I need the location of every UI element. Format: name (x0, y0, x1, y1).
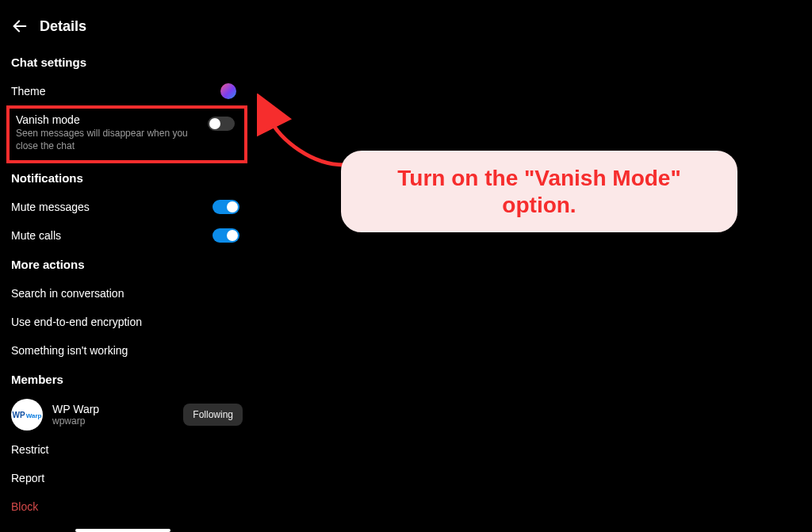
mute-messages-row[interactable]: Mute messages (11, 193, 243, 221)
feedback-link[interactable]: Something isn't working (11, 336, 243, 365)
avatar-text-warp: Warp (26, 412, 42, 419)
mute-calls-label: Mute calls (11, 229, 61, 242)
restrict-link[interactable]: Restrict (11, 435, 243, 464)
theme-label: Theme (11, 85, 46, 98)
e2ee-link[interactable]: Use end-to-end encryption (11, 308, 243, 336)
vanish-mode-toggle[interactable] (208, 117, 235, 131)
page-title: Details (40, 18, 86, 35)
more-actions-title: More actions (11, 258, 243, 271)
vanish-mode-label: Vanish mode (16, 113, 198, 126)
member-text: WP Warp wpwarp (52, 403, 99, 427)
mute-calls-toggle[interactable] (213, 228, 239, 243)
mute-calls-row[interactable]: Mute calls (11, 221, 243, 250)
vanish-mode-description: Seen messages will disappear when you cl… (16, 128, 198, 152)
member-handle: wpwarp (52, 415, 99, 427)
annotation-callout: Turn on the "Vanish Mode" option. (341, 151, 737, 232)
home-indicator (75, 529, 170, 532)
following-button[interactable]: Following (183, 404, 243, 426)
mute-messages-label: Mute messages (11, 201, 90, 213)
vanish-mode-highlight: Vanish mode Seen messages will disappear… (6, 105, 247, 163)
details-panel: Details Chat settings Theme Vanish mode … (0, 0, 254, 532)
theme-color-icon (220, 83, 236, 99)
vanish-mode-text: Vanish mode Seen messages will disappear… (16, 113, 198, 152)
back-arrow-icon[interactable] (11, 17, 29, 35)
notifications-title: Notifications (11, 171, 243, 185)
chat-settings-title: Chat settings (11, 55, 243, 69)
mute-messages-toggle[interactable] (213, 200, 239, 214)
member-name: WP Warp (52, 403, 99, 415)
header: Details (11, 13, 243, 35)
member-row[interactable]: WP Warp WP Warp wpwarp Following (11, 394, 243, 435)
search-conversation-link[interactable]: Search in conversation (11, 279, 243, 308)
members-title: Members (11, 373, 243, 386)
vanish-mode-row[interactable]: Vanish mode Seen messages will disappear… (16, 113, 238, 152)
report-link[interactable]: Report (11, 464, 243, 492)
avatar: WP Warp (11, 399, 43, 431)
avatar-text-wp: WP (13, 411, 25, 419)
annotation-arrow-icon (257, 94, 352, 173)
theme-row[interactable]: Theme (11, 77, 243, 105)
block-link[interactable]: Block (11, 492, 243, 521)
